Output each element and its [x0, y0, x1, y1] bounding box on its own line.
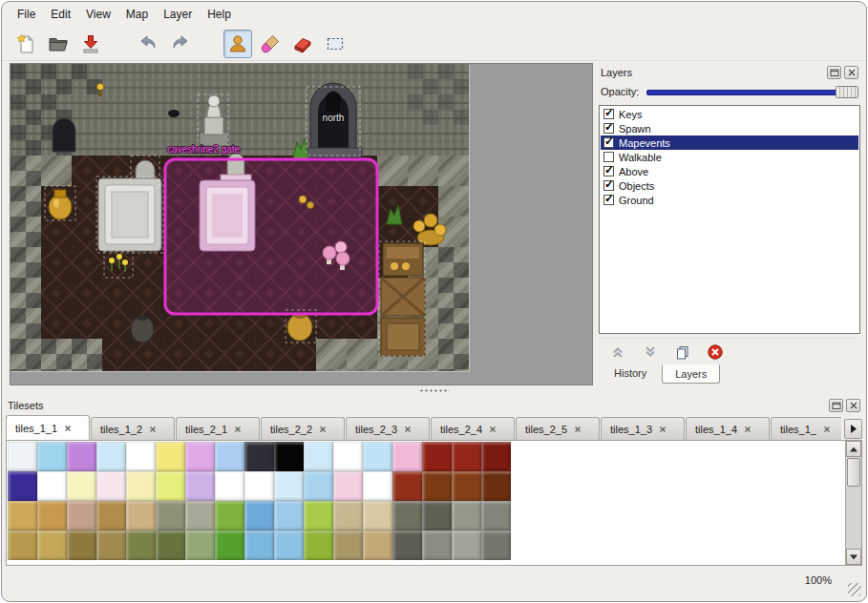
tab-close-icon[interactable]: [659, 424, 667, 435]
tileset-tile[interactable]: [185, 471, 215, 501]
tileset-tile[interactable]: [363, 530, 392, 560]
tileset-tile[interactable]: [8, 530, 37, 560]
layer-visibility-checkbox[interactable]: [603, 195, 614, 205]
scroll-up-button[interactable]: [846, 441, 861, 457]
tileset-tile[interactable]: [96, 471, 126, 501]
menu-item-map[interactable]: Map: [118, 5, 156, 24]
tileset-tile[interactable]: [392, 530, 422, 560]
tab-close-icon[interactable]: [319, 424, 327, 435]
tileset-tile[interactable]: [156, 442, 185, 471]
layer-visibility-checkbox[interactable]: [603, 137, 614, 148]
toolbar-button-marquee-select-tool[interactable]: [321, 30, 349, 58]
tileset-tile[interactable]: [156, 501, 185, 530]
tileset-tile[interactable]: [363, 501, 392, 530]
tileset-scrollbar[interactable]: [845, 441, 861, 565]
tileset-tile[interactable]: [244, 471, 274, 501]
menu-item-layer[interactable]: Layer: [156, 5, 200, 24]
scrollbar-track[interactable]: [846, 457, 861, 549]
dock-tab-history[interactable]: History: [601, 364, 660, 384]
tileset-tile[interactable]: [37, 530, 67, 560]
tab-close-icon[interactable]: [744, 424, 752, 435]
tileset-tile[interactable]: [96, 530, 126, 560]
float-panel-button[interactable]: [829, 399, 843, 412]
move-layer-down-button[interactable]: [641, 343, 660, 362]
tileset-tile[interactable]: [481, 501, 511, 530]
tileset-tile[interactable]: [96, 501, 126, 530]
layer-row-spawn[interactable]: Spawn: [601, 121, 858, 135]
tileset-tile[interactable]: [363, 442, 392, 471]
tileset-tile[interactable]: [126, 501, 156, 530]
tileset-tile[interactable]: [481, 530, 511, 560]
tileset-tile[interactable]: [67, 501, 96, 530]
tileset-tile[interactable]: [67, 530, 96, 560]
tileset-tile[interactable]: [37, 471, 67, 501]
tileset-tab-tiles_1_4[interactable]: tiles_1_4: [686, 417, 770, 440]
toolbar-button-save[interactable]: [76, 30, 105, 58]
tileset-tab-tiles_2_1[interactable]: tiles_2_1: [176, 417, 260, 440]
tileset-tile[interactable]: [244, 442, 274, 471]
dock-tab-layers[interactable]: Layers: [662, 364, 720, 384]
tileset-tile[interactable]: [37, 442, 67, 471]
tab-close-icon[interactable]: [234, 424, 242, 435]
layer-visibility-checkbox[interactable]: [603, 152, 614, 162]
tileset-tile[interactable]: [37, 501, 67, 530]
toolbar-button-stamp-tool[interactable]: [223, 30, 252, 58]
tileset-tile[interactable]: [215, 530, 244, 560]
resize-grip[interactable]: [848, 583, 861, 596]
tileset-tab-tiles_1_1[interactable]: tiles_1_1: [6, 415, 90, 440]
tileset-tile[interactable]: [8, 442, 37, 471]
tileset-tile[interactable]: [274, 471, 304, 501]
tileset-tile[interactable]: [333, 442, 363, 471]
layer-visibility-checkbox[interactable]: [603, 180, 614, 191]
tileset-tile[interactable]: [215, 442, 244, 471]
tileset-tab-tiles_1_[interactable]: tiles_1_: [771, 417, 841, 440]
tileset-tile[interactable]: [126, 471, 156, 501]
float-panel-button[interactable]: [827, 66, 841, 79]
layer-visibility-checkbox[interactable]: [603, 123, 614, 134]
tab-close-icon[interactable]: [149, 424, 157, 435]
opacity-slider-track[interactable]: [646, 90, 857, 95]
horizontal-splitter[interactable]: [2, 385, 866, 396]
tileset-tile[interactable]: [215, 471, 244, 501]
duplicate-layer-button[interactable]: [673, 343, 692, 362]
layer-row-ground[interactable]: Ground: [601, 193, 858, 207]
tileset-tile[interactable]: [452, 530, 481, 560]
close-panel-button[interactable]: [844, 66, 858, 79]
layer-row-walkable[interactable]: Walkable: [601, 150, 858, 164]
tileset-tile[interactable]: [452, 442, 481, 471]
tileset-tile[interactable]: [392, 442, 422, 471]
tileset-tile[interactable]: [422, 530, 452, 560]
scroll-tabs-right-button[interactable]: [844, 419, 862, 439]
tab-close-icon[interactable]: [64, 423, 72, 434]
map-canvas[interactable]: north caveshrine2 gate: [11, 64, 469, 371]
scroll-down-button[interactable]: [846, 549, 861, 565]
layer-row-objects[interactable]: Objects: [601, 178, 858, 193]
tileset-tab-tiles_2_4[interactable]: tiles_2_4: [431, 417, 515, 440]
layer-row-keys[interactable]: Keys: [601, 107, 858, 121]
tileset-tile[interactable]: [185, 442, 215, 471]
tileset-tile[interactable]: [8, 471, 37, 501]
tab-close-icon[interactable]: [574, 424, 582, 435]
splitter-grip[interactable]: [419, 388, 450, 394]
menu-item-view[interactable]: View: [78, 5, 118, 24]
layer-visibility-checkbox[interactable]: [603, 109, 614, 119]
tileset-tile[interactable]: [422, 442, 452, 471]
tileset-tile[interactable]: [422, 471, 452, 501]
tileset-tab-tiles_1_3[interactable]: tiles_1_3: [601, 417, 685, 440]
tileset-tile[interactable]: [185, 501, 215, 530]
tileset-tile[interactable]: [244, 530, 274, 560]
tileset-tile[interactable]: [481, 471, 511, 501]
opacity-slider[interactable]: [646, 85, 858, 98]
map-viewport[interactable]: north caveshrine2 gate: [10, 63, 593, 385]
toolbar-button-new-file[interactable]: [11, 30, 40, 58]
tileset-tile[interactable]: [67, 471, 96, 501]
layer-row-above[interactable]: Above: [601, 164, 858, 178]
move-layer-up-button[interactable]: [608, 343, 627, 362]
tileset-tile[interactable]: [452, 501, 481, 530]
tileset-tile[interactable]: [156, 471, 185, 501]
tileset-tab-tiles_2_3[interactable]: tiles_2_3: [346, 417, 430, 440]
toolbar-button-eraser-tool[interactable]: [288, 30, 317, 58]
tileset-tile[interactable]: [422, 501, 452, 530]
tileset-tile[interactable]: [481, 442, 511, 471]
layer-visibility-checkbox[interactable]: [603, 166, 614, 177]
